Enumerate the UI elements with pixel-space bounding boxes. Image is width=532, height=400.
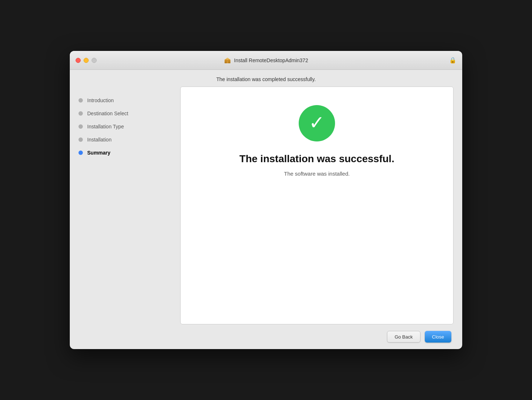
- sidebar: Introduction Destination Select Installa…: [78, 87, 180, 324]
- close-button[interactable]: Close: [425, 331, 451, 343]
- close-traffic-light[interactable]: [76, 58, 81, 63]
- window-title: Install RemoteDesktopAdmin372: [234, 57, 308, 63]
- sidebar-item-introduction: Introduction: [78, 94, 173, 107]
- sidebar-label-introduction: Introduction: [87, 97, 114, 103]
- sidebar-dot-summary: [78, 151, 83, 155]
- sidebar-dot-installation-type: [78, 124, 83, 129]
- minimize-traffic-light[interactable]: [84, 58, 89, 63]
- sidebar-item-installation-type: Installation Type: [78, 120, 173, 133]
- window-body: The installation was completed successfu…: [70, 70, 462, 349]
- sidebar-label-destination-select: Destination Select: [87, 111, 128, 116]
- sidebar-item-summary: Summary: [78, 146, 173, 159]
- maximize-traffic-light[interactable]: [92, 58, 97, 63]
- success-subtitle: The software was installed.: [284, 171, 350, 177]
- installer-window: Install RemoteDesktopAdmin372 🔒 The inst…: [70, 51, 462, 349]
- content-area: Introduction Destination Select Installa…: [70, 87, 462, 324]
- lock-icon: 🔒: [449, 57, 456, 64]
- footer: Go Back Close: [70, 324, 462, 349]
- package-icon: [224, 57, 231, 64]
- sidebar-dot-destination-select: [78, 111, 83, 116]
- sidebar-label-installation-type: Installation Type: [87, 124, 124, 129]
- sidebar-item-destination-select: Destination Select: [78, 107, 173, 120]
- titlebar-title: Install RemoteDesktopAdmin372: [224, 57, 308, 64]
- checkmark-icon: ✓: [309, 113, 325, 132]
- titlebar: Install RemoteDesktopAdmin372 🔒: [70, 51, 462, 70]
- sidebar-item-installation: Installation: [78, 133, 173, 146]
- main-panel: ✓ The installation was successful. The s…: [180, 87, 454, 324]
- sidebar-dot-introduction: [78, 98, 83, 103]
- success-title: The installation was successful.: [239, 153, 394, 165]
- svg-rect-3: [227, 60, 228, 63]
- sidebar-dot-installation: [78, 137, 83, 142]
- traffic-lights: [76, 58, 97, 63]
- sidebar-label-installation: Installation: [87, 137, 112, 143]
- sidebar-label-summary: Summary: [87, 150, 110, 156]
- svg-rect-4: [227, 58, 228, 60]
- top-message: The installation was completed successfu…: [70, 70, 462, 87]
- go-back-button[interactable]: Go Back: [387, 331, 420, 343]
- success-icon-circle: ✓: [299, 105, 335, 141]
